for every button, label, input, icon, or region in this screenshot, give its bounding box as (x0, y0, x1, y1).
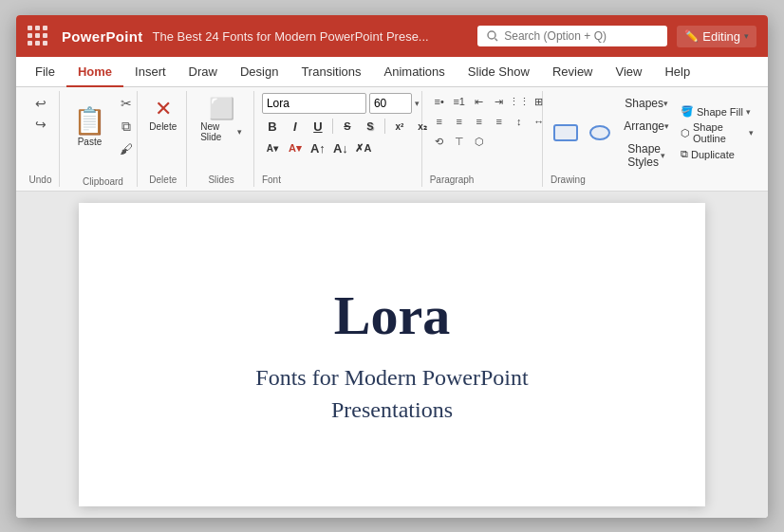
font-color-buttons: A▾ A▾ A↑ A↓ ✗A (262, 138, 374, 157)
tab-design[interactable]: Design (229, 58, 289, 87)
tab-file[interactable]: File (24, 58, 66, 87)
shape-styles-button[interactable]: Shape Styles ▾ (618, 138, 675, 173)
drawing-group-label: Drawing (551, 174, 586, 185)
indent-increase-button[interactable]: ⇥ (490, 93, 509, 110)
shape-fill-label: Shape Fill (697, 106, 743, 118)
undo-button[interactable]: ↩ (28, 93, 54, 114)
strikethrough-button[interactable]: S (337, 117, 358, 136)
shadow-button[interactable]: S (360, 117, 381, 136)
decrease-font-button[interactable]: A↓ (330, 138, 351, 157)
search-icon (487, 30, 498, 42)
undo-group: ↩ ↪ Undo (22, 91, 60, 187)
bold-button[interactable]: B (262, 117, 283, 136)
clipboard-group: 📋 Paste ✂ ⧉ 🖌 Clipboard (62, 91, 138, 187)
shape-fill-icon: 🪣 (681, 105, 694, 118)
new-slide-label: New Slide ▾ (200, 121, 242, 142)
convert-smartart-button[interactable]: ⬡ (470, 133, 489, 150)
bullets-button[interactable]: ≡• (430, 93, 449, 110)
align-left-button[interactable]: ≡ (430, 113, 449, 130)
delete-group: ✕ Delete Delete (140, 91, 187, 187)
drawing-buttons: Shapes ▾ Arrange ▾ Shape Styles ▾ 🪣 Shap… (551, 93, 756, 173)
search-input[interactable] (504, 29, 646, 43)
format-painter-button[interactable]: 🖌 (114, 138, 139, 159)
delete-icon: ✕ (155, 97, 172, 121)
paragraph-group: ≡• ≡1 ⇤ ⇥ ⋮⋮ ⊞ ≡ ≡ ≡ ≡ ↕ ↔ ⟲ ⊤ ⬡ Paragra… (424, 91, 543, 187)
clipboard-group-label: Clipboard (83, 176, 123, 187)
editing-button[interactable]: ✏️ Editing ▾ (677, 26, 756, 47)
shape-outline-button[interactable]: ⬡ Shape Outline ▾ (678, 120, 756, 145)
shape-oval-button[interactable] (585, 107, 616, 159)
delete-button[interactable]: ✕ Delete (143, 93, 182, 136)
font-size-input[interactable] (369, 93, 412, 114)
powerpoint-window: PowerPoint The Best 24 Fonts for Modern … (16, 15, 768, 518)
para-align-buttons: ≡ ≡ ≡ ≡ ↕ ↔ (430, 113, 549, 130)
underline-button[interactable]: U (308, 117, 328, 136)
tab-help[interactable]: Help (653, 58, 701, 87)
chevron-down-icon: ▾ (744, 31, 749, 41)
slide[interactable]: Lora Fonts for Modern PowerPointPresenta… (79, 203, 705, 506)
tab-draw[interactable]: Draw (177, 58, 229, 87)
paste-button[interactable]: 📋 Paste (67, 93, 112, 159)
shape-outline-icon: ⬡ (681, 127, 690, 139)
cut-button[interactable]: ✂ (114, 93, 139, 114)
shape-fill-button[interactable]: 🪣 Shape Fill ▾ (678, 104, 756, 119)
superscript-button[interactable]: x² (389, 117, 410, 136)
line-spacing-button[interactable]: ↕ (510, 113, 529, 130)
tab-insert[interactable]: Insert (123, 58, 177, 87)
font-selectors: ▾ (262, 93, 420, 114)
indent-decrease-button[interactable]: ⇤ (470, 93, 489, 110)
clipboard-buttons: 📋 Paste ✂ ⧉ 🖌 (67, 93, 139, 159)
duplicate-label: Duplicate (691, 149, 735, 160)
text-highlight-button[interactable]: A▾ (262, 138, 283, 157)
svg-line-1 (495, 39, 498, 42)
slides-group-label: Slides (208, 174, 233, 185)
divider1 (332, 119, 333, 134)
redo-button[interactable]: ↪ (28, 114, 54, 135)
tab-transitions[interactable]: Transitions (289, 58, 372, 87)
shapes-button[interactable]: Shapes ▾ (618, 93, 675, 114)
align-text-button[interactable]: ⊤ (450, 133, 469, 150)
divider2 (384, 119, 385, 134)
oval-icon (589, 125, 610, 140)
tab-slideshow[interactable]: Slide Show (457, 58, 541, 87)
align-right-button[interactable]: ≡ (470, 113, 489, 130)
slides-group: ⬜ New Slide ▾ Slides (189, 91, 254, 187)
paragraph-group-label: Paragraph (430, 174, 475, 185)
justify-button[interactable]: ≡ (490, 113, 509, 130)
increase-font-button[interactable]: A↑ (308, 138, 328, 157)
shape-outline-chevron: ▾ (749, 128, 754, 138)
delete-label: Delete (149, 121, 177, 132)
font-color-button[interactable]: A▾ (285, 138, 306, 157)
font-size-chevron[interactable]: ▾ (415, 99, 420, 108)
arrange-button[interactable]: Arrange ▾ (618, 116, 675, 137)
pencil-icon: ✏️ (684, 29, 699, 43)
tab-animations[interactable]: Animations (373, 58, 457, 87)
text-direction-button[interactable]: ⟲ (430, 133, 449, 150)
font-name-input[interactable] (262, 93, 366, 114)
copy-button[interactable]: ⧉ (114, 116, 139, 137)
ribbon-tabs: File Home Insert Draw Design Transitions… (16, 57, 768, 87)
tab-home[interactable]: Home (66, 58, 123, 87)
columns-button[interactable]: ⋮⋮ (510, 93, 529, 110)
new-slide-icon: ⬜ (209, 97, 234, 121)
clear-format-button[interactable]: ✗A (353, 138, 374, 157)
tab-view[interactable]: View (605, 58, 654, 87)
slide-area: Lora Fonts for Modern PowerPointPresenta… (16, 192, 768, 518)
doc-title: The Best 24 Fonts for Modern PowerPoint … (153, 29, 469, 44)
italic-button[interactable]: I (285, 117, 306, 136)
para-list-buttons: ≡• ≡1 ⇤ ⇥ ⋮⋮ ⊞ (430, 93, 549, 110)
duplicate-button[interactable]: ⧉ Duplicate (678, 147, 756, 161)
numbering-button[interactable]: ≡1 (450, 93, 469, 110)
search-bar[interactable] (477, 26, 667, 46)
shape-fill-chevron: ▾ (746, 107, 751, 117)
shape-rect-button[interactable] (551, 107, 582, 159)
drawing-right-options: 🪣 Shape Fill ▾ ⬡ Shape Outline ▾ ⧉ Dupli… (678, 104, 756, 161)
slide-subtitle: Fonts for Modern PowerPointPresentations (255, 362, 528, 426)
font-group-label: Font (262, 174, 281, 185)
tab-review[interactable]: Review (541, 58, 605, 87)
drawing-group: Shapes ▾ Arrange ▾ Shape Styles ▾ 🪣 Shap… (545, 91, 762, 187)
duplicate-icon: ⧉ (681, 148, 688, 160)
app-grid-icon[interactable] (28, 26, 48, 46)
align-center-button[interactable]: ≡ (450, 113, 469, 130)
new-slide-button[interactable]: ⬜ New Slide ▾ (195, 93, 248, 146)
